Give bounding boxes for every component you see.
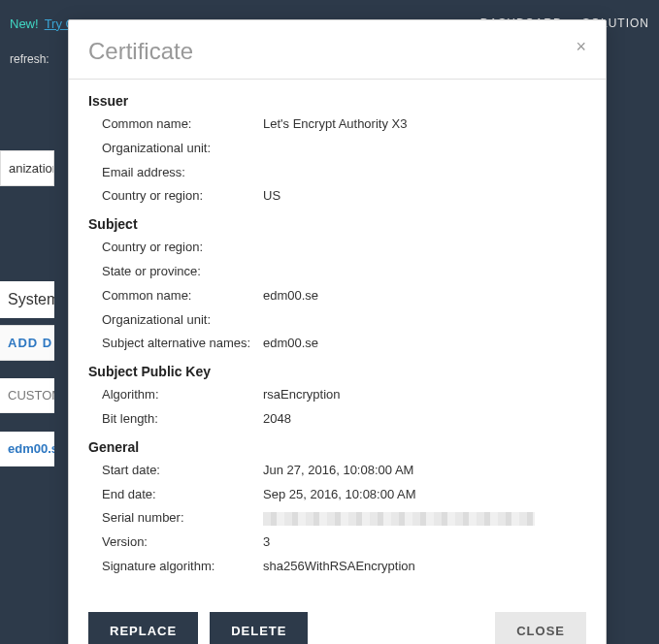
subject-country-row: Country or region:	[88, 238, 586, 258]
serial-redacted-bar	[263, 512, 535, 526]
subject-org-unit-label: Organizational unit:	[88, 310, 263, 331]
general-start-label: Start date:	[88, 461, 263, 481]
general-version-label: Version:	[88, 532, 263, 553]
close-button[interactable]: CLOSE	[495, 612, 586, 644]
general-end-label: End date:	[88, 485, 263, 505]
close-icon[interactable]: ×	[576, 38, 586, 55]
general-version-row: Version: 3	[88, 532, 586, 553]
subject-org-unit-value	[263, 310, 586, 331]
issuer-org-unit-value	[263, 139, 586, 159]
issuer-common-name-value: Let's Encrypt Authority X3	[263, 114, 586, 135]
refresh-label: refresh:	[10, 52, 49, 66]
pubkey-algo-value: rsaEncryption	[263, 385, 586, 405]
section-subject-title: Subject	[88, 216, 586, 232]
pubkey-algo-row: Algorithm: rsaEncryption	[88, 385, 586, 405]
general-start-value: Jun 27, 2016, 10:08:00 AM	[263, 461, 586, 481]
issuer-country-label: Country or region:	[88, 186, 263, 207]
general-sigalgo-row: Signature algorithm: sha256WithRSAEncryp…	[88, 557, 586, 577]
issuer-org-unit-row: Organizational unit:	[88, 139, 586, 159]
issuer-common-name-label: Common name:	[88, 114, 263, 135]
general-serial-label: Serial number:	[88, 508, 263, 529]
bg-custom-label: CUSTOM	[0, 378, 54, 413]
general-start-row: Start date: Jun 27, 2016, 10:08:00 AM	[88, 461, 586, 481]
issuer-common-name-row: Common name: Let's Encrypt Authority X3	[88, 114, 586, 135]
modal-footer: REPLACE DELETE CLOSE	[69, 598, 606, 644]
replace-button[interactable]: REPLACE	[88, 612, 198, 644]
issuer-org-unit-label: Organizational unit:	[88, 139, 263, 159]
subject-common-name-row: Common name: edm00.se	[88, 286, 586, 306]
section-pubkey-title: Subject Public Key	[88, 364, 586, 379]
pubkey-bitlen-row: Bit length: 2048	[88, 409, 586, 430]
pubkey-algo-label: Algorithm:	[88, 385, 263, 405]
subject-common-name-label: Common name:	[88, 286, 263, 306]
bg-organizations: anizations	[0, 150, 54, 186]
general-end-value: Sep 25, 2016, 10:08:00 AM	[263, 485, 586, 505]
issuer-email-label: Email address:	[88, 163, 263, 183]
bg-domain-link[interactable]: edm00.s	[0, 432, 54, 467]
subject-san-label: Subject alternative names:	[88, 334, 263, 354]
delete-button[interactable]: DELETE	[210, 612, 308, 644]
general-sigalgo-label: Signature algorithm:	[88, 557, 263, 577]
subject-common-name-value: edm00.se	[263, 286, 586, 306]
subject-state-row: State or province:	[88, 262, 586, 282]
new-badge: New!	[10, 16, 39, 31]
general-serial-row: Serial number:	[88, 508, 586, 529]
subject-state-label: State or province:	[88, 262, 263, 282]
pubkey-bitlen-label: Bit length:	[88, 409, 263, 430]
issuer-email-row: Email address:	[88, 163, 586, 183]
subject-country-label: Country or region:	[88, 238, 263, 258]
general-version-value: 3	[263, 532, 586, 553]
general-end-row: End date: Sep 25, 2016, 10:08:00 AM	[88, 485, 586, 505]
subject-san-row: Subject alternative names: edm00.se	[88, 334, 586, 354]
modal-body: Issuer Common name: Let's Encrypt Author…	[69, 80, 606, 598]
certificate-modal: Certificate × Issuer Common name: Let's …	[68, 19, 607, 644]
modal-title: Certificate	[88, 38, 193, 65]
issuer-country-value: US	[263, 186, 586, 207]
subject-country-value	[263, 238, 586, 258]
bg-add-tab[interactable]: ADD D	[0, 325, 54, 361]
issuer-country-row: Country or region: US	[88, 186, 586, 207]
subject-san-value: edm00.se	[263, 334, 586, 354]
general-sigalgo-value: sha256WithRSAEncryption	[263, 557, 586, 577]
general-serial-value	[263, 508, 586, 529]
bg-system-heading: System	[0, 281, 54, 318]
issuer-email-value	[263, 163, 586, 183]
section-issuer-title: Issuer	[88, 93, 586, 109]
pubkey-bitlen-value: 2048	[263, 409, 586, 430]
subject-org-unit-row: Organizational unit:	[88, 310, 586, 331]
modal-header: Certificate ×	[69, 20, 606, 80]
section-general-title: General	[88, 439, 586, 455]
subject-state-value	[263, 262, 586, 282]
